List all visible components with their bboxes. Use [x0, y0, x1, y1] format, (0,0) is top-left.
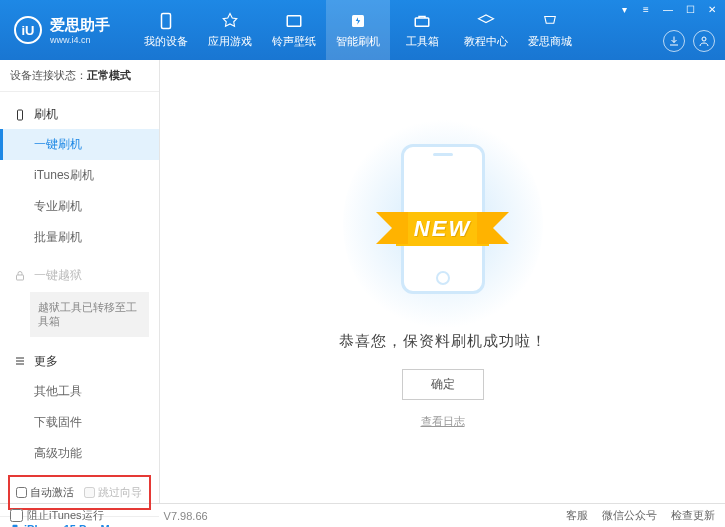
checkbox-skip-guide[interactable]: 跳过向导	[84, 485, 142, 500]
checkbox-block-itunes[interactable]: 阻止iTunes运行	[10, 508, 104, 523]
sidebar-item-advanced[interactable]: 高级功能	[0, 438, 159, 469]
phone-icon	[156, 11, 176, 31]
sidebar-item-batch[interactable]: 批量刷机	[0, 222, 159, 253]
sidebar: 设备连接状态：正常模式 刷机 一键刷机 iTunes刷机 专业刷机 批量刷机 一…	[0, 60, 160, 503]
svg-rect-1	[287, 16, 301, 27]
brand-logo-icon: iU	[14, 16, 42, 44]
user-icon[interactable]	[693, 30, 715, 52]
sidebar-item-pro[interactable]: 专业刷机	[0, 191, 159, 222]
brand-url: www.i4.cn	[50, 35, 110, 45]
nav-device[interactable]: 我的设备	[134, 0, 198, 60]
image-icon	[284, 11, 304, 31]
checkbox-auto-activate[interactable]: 自动激活	[16, 485, 74, 500]
list-icon	[14, 355, 28, 367]
nav-apps[interactable]: 应用游戏	[198, 0, 262, 60]
footer-update[interactable]: 检查更新	[671, 508, 715, 523]
graduation-icon	[476, 11, 496, 31]
toolbox-icon	[412, 11, 432, 31]
svg-rect-0	[162, 14, 171, 29]
brand-title: 爱思助手	[50, 16, 110, 35]
nav-store[interactable]: 爱思商城	[518, 0, 582, 60]
phone-small-icon	[14, 109, 28, 121]
sidebar-item-firmware[interactable]: 下载固件	[0, 407, 159, 438]
options-highlighted: 自动激活 跳过向导	[8, 475, 151, 510]
minimize-icon[interactable]: —	[661, 4, 675, 15]
app-icon	[220, 11, 240, 31]
nav-toolbox[interactable]: 工具箱	[390, 0, 454, 60]
nav-tutorial[interactable]: 教程中心	[454, 0, 518, 60]
ok-button[interactable]: 确定	[402, 369, 484, 400]
device-icon	[10, 523, 20, 527]
cart-icon	[540, 11, 560, 31]
nav-ringtone[interactable]: 铃声壁纸	[262, 0, 326, 60]
connection-status: 设备连接状态：正常模式	[0, 60, 159, 92]
section-flash[interactable]: 刷机	[0, 100, 159, 129]
sidebar-item-oneclick[interactable]: 一键刷机	[0, 129, 159, 160]
window-controls: ▾ ≡ — ☐ ✕	[617, 4, 719, 15]
jailbreak-note: 越狱工具已转移至工具箱	[30, 292, 149, 337]
section-jailbreak: 一键越狱	[0, 261, 159, 290]
section-more[interactable]: 更多	[0, 347, 159, 376]
download-icon[interactable]	[663, 30, 685, 52]
view-log-link[interactable]: 查看日志	[421, 414, 465, 429]
svg-rect-6	[17, 275, 24, 280]
brand: iU 爱思助手 www.i4.cn	[0, 16, 124, 45]
footer-wechat[interactable]: 微信公众号	[602, 508, 657, 523]
menu-icon[interactable]: ▾	[617, 4, 631, 15]
top-nav: 我的设备 应用游戏 铃声壁纸 智能刷机 工具箱 教程中心 爱思商城	[134, 0, 582, 60]
maximize-icon[interactable]: ☐	[683, 4, 697, 15]
new-ribbon: NEW	[396, 212, 489, 246]
nav-flash[interactable]: 智能刷机	[326, 0, 390, 60]
svg-rect-5	[18, 110, 23, 120]
version-label: V7.98.66	[164, 510, 208, 522]
close-icon[interactable]: ✕	[705, 4, 719, 15]
svg-rect-3	[415, 18, 429, 26]
flash-icon	[348, 11, 368, 31]
settings-icon[interactable]: ≡	[639, 4, 653, 15]
lock-icon	[14, 270, 28, 282]
sidebar-item-other[interactable]: 其他工具	[0, 376, 159, 407]
success-graphic: NEW	[363, 134, 523, 314]
sidebar-item-itunes[interactable]: iTunes刷机	[0, 160, 159, 191]
main-content: NEW 恭喜您，保资料刷机成功啦！ 确定 查看日志	[160, 60, 725, 503]
svg-point-4	[702, 37, 706, 41]
success-message: 恭喜您，保资料刷机成功啦！	[339, 332, 547, 351]
footer-support[interactable]: 客服	[566, 508, 588, 523]
